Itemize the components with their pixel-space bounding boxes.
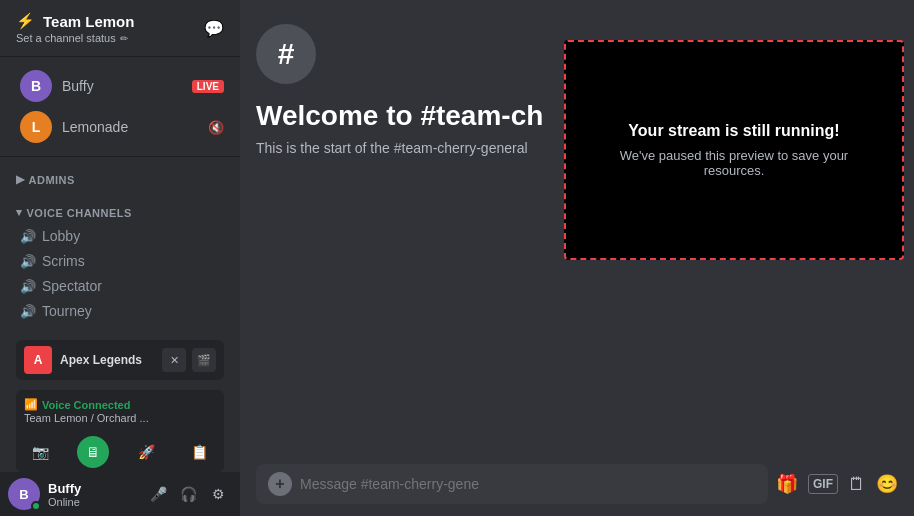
inbox-icon[interactable]: 💬 <box>204 19 224 38</box>
user-status: Online <box>48 496 136 508</box>
message-input-wrapper: + <box>256 464 768 504</box>
voice-connected-bar: 📶 Voice Connected Team Lemon / Orchard .… <box>16 390 224 432</box>
server-name: ⚡ Team Lemon <box>16 12 134 30</box>
voice-channel-spectator[interactable]: 🔊 Spectator <box>8 274 232 298</box>
voice-channel-tourney[interactable]: 🔊 Tourney <box>8 299 232 323</box>
member-item-buffy[interactable]: B Buffy LIVE <box>8 66 232 106</box>
server-icon-decoration: ⚡ <box>16 12 35 30</box>
user-name: Buffy <box>48 481 136 496</box>
member-name-lemonade: Lemonade <box>62 119 208 135</box>
voice-status: 📶 Voice Connected <box>24 398 216 411</box>
headphone-btn[interactable]: 🎧 <box>174 480 202 508</box>
game-bar: A Apex Legends ✕ 🎬 <box>16 340 224 380</box>
speaker-icon-tourney: 🔊 <box>20 304 36 319</box>
chevron-down-icon: ▾ <box>16 206 23 219</box>
member-name-buffy: Buffy <box>62 78 192 94</box>
voice-channel-scrims[interactable]: 🔊 Scrims <box>8 249 232 273</box>
close-game-btn[interactable]: ✕ <box>162 348 186 372</box>
game-actions: ✕ 🎬 <box>162 348 216 372</box>
online-dot <box>31 501 41 511</box>
gift-btn[interactable]: 🎁 <box>776 473 798 495</box>
mute-icon-lemonade: 🔇 <box>208 120 224 135</box>
stream-game-btn[interactable]: 🎬 <box>192 348 216 372</box>
settings-btn[interactable]: ⚙ <box>204 480 232 508</box>
emoji-btn[interactable]: 😊 <box>876 473 898 495</box>
game-icon: A <box>24 346 52 374</box>
edit-icon: ✏ <box>120 33 128 44</box>
screen-share-btn[interactable]: 🖥 <box>77 436 109 468</box>
stream-paused-desc: We've paused this preview to save your r… <box>604 148 864 178</box>
sticker-btn[interactable]: 🗒 <box>848 474 866 495</box>
camera-btn[interactable]: 📷 <box>24 436 56 468</box>
stream-preview[interactable]: Your stream is still running! We've paus… <box>564 40 904 260</box>
stream-paused-title: Your stream is still running! <box>628 122 839 140</box>
voice-actions-row: 📷 🖥 🚀 📋 <box>16 432 224 472</box>
signal-icon: 📶 <box>24 398 38 411</box>
voice-section: 📶 Voice Connected Team Lemon / Orchard .… <box>0 384 240 472</box>
message-input-area: + 🎁 GIF 🗒 😊 <box>240 464 914 516</box>
input-actions: 🎁 GIF 🗒 😊 <box>776 473 898 495</box>
channel-hash-icon: # <box>256 24 316 84</box>
disconnect-btn[interactable]: 📋 <box>184 436 216 468</box>
sidebar: ⚡ Team Lemon Set a channel status ✏ 💬 B … <box>0 0 240 516</box>
speaker-icon-scrims: 🔊 <box>20 254 36 269</box>
message-input[interactable] <box>300 476 756 492</box>
mic-btn[interactable]: 🎤 <box>144 480 172 508</box>
member-item-lemonade[interactable]: L Lemonade 🔇 <box>8 107 232 147</box>
user-controls: 🎤 🎧 ⚙ <box>144 480 232 508</box>
chevron-right-icon: ▶ <box>16 173 25 186</box>
voice-section-header[interactable]: ▾ VOICE CHANNELS <box>0 190 240 223</box>
gif-btn[interactable]: GIF <box>808 474 838 494</box>
admins-section-header[interactable]: ▶ ADMINS <box>0 157 240 190</box>
server-header[interactable]: ⚡ Team Lemon Set a channel status ✏ 💬 <box>0 0 240 57</box>
speaker-icon-lobby: 🔊 <box>20 229 36 244</box>
server-info: ⚡ Team Lemon Set a channel status ✏ <box>16 12 134 44</box>
message-add-btn[interactable]: + <box>268 472 292 496</box>
speaker-icon-spectator: 🔊 <box>20 279 36 294</box>
channel-content: # Welcome to #team-ch This is the start … <box>240 0 914 464</box>
game-name: Apex Legends <box>60 353 154 367</box>
user-area: B Buffy Online 🎤 🎧 ⚙ <box>0 472 240 516</box>
voice-channel-lobby[interactable]: 🔊 Lobby <box>8 224 232 248</box>
game-bar-wrapper: A Apex Legends ✕ 🎬 <box>0 336 240 384</box>
live-badge-buffy: LIVE <box>192 80 224 93</box>
activity-btn[interactable]: 🚀 <box>131 436 163 468</box>
voice-channel-name: Team Lemon / Orchard ... <box>24 412 216 424</box>
main-content: # Welcome to #team-ch This is the start … <box>240 0 914 516</box>
avatar-buffy: B <box>20 70 52 102</box>
members-list: B Buffy LIVE L Lemonade 🔇 <box>0 57 240 157</box>
sidebar-scroll: B Buffy LIVE L Lemonade 🔇 ▶ ADMINS ▾ VOI… <box>0 57 240 336</box>
channel-status[interactable]: Set a channel status ✏ <box>16 32 134 44</box>
user-avatar: B <box>8 478 40 510</box>
user-info: Buffy Online <box>48 481 136 508</box>
app-container: ⚡ Team Lemon Set a channel status ✏ 💬 B … <box>0 0 914 516</box>
avatar-lemonade: L <box>20 111 52 143</box>
